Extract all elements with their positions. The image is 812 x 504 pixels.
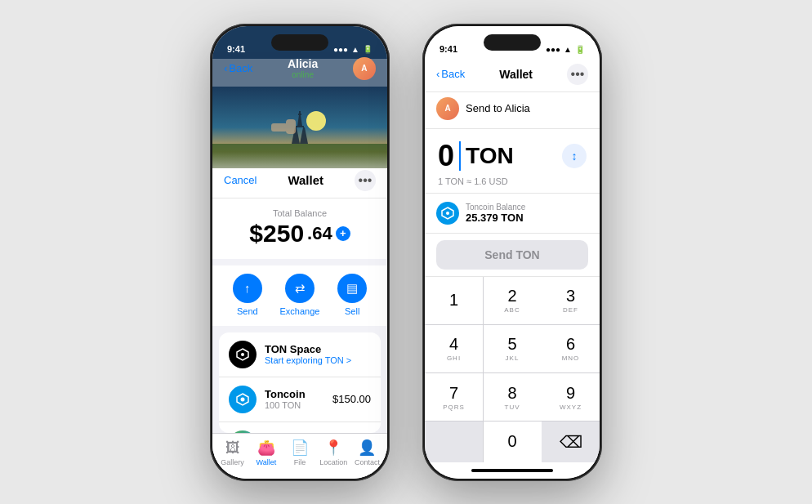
amount-row: 0 TON ↕	[438, 139, 587, 173]
more-button-2[interactable]: •••	[567, 64, 588, 85]
svg-point-14	[241, 397, 245, 401]
add-balance-button[interactable]: +	[336, 226, 350, 241]
text-cursor	[459, 141, 461, 171]
home-indicator-2	[425, 462, 600, 479]
key-6[interactable]: 6 MNO	[542, 325, 600, 373]
notch-2	[484, 34, 541, 51]
sheet-content: Total Balance $250.64 + ↑ Send ⇄ Exchang…	[212, 198, 387, 433]
svg-rect-9	[271, 123, 288, 132]
tab-contact[interactable]: 👤 Contact	[350, 439, 384, 466]
key-7[interactable]: 7 PQRS	[425, 373, 483, 421]
nav-bar-2: ‹ Back Wallet •••	[425, 59, 600, 92]
svg-point-12	[241, 353, 244, 356]
notch	[271, 34, 328, 51]
ton-space-icon	[229, 341, 257, 368]
tab-wallet[interactable]: 👛 Wallet	[249, 439, 283, 466]
numpad: 1 2 ABC 3 DEF 4 GHI 5 JKL 6 MNO	[425, 277, 600, 462]
status-time-2: 9:41	[439, 44, 457, 54]
tab-gallery[interactable]: 🖼 Gallery	[216, 439, 249, 466]
wallet-sheet: Cancel Wallet ••• Total Balance $250.64 …	[212, 162, 387, 479]
svg-rect-10	[286, 119, 296, 134]
file-icon: 📄	[291, 439, 309, 457]
gallery-icon: 🖼	[225, 439, 240, 457]
ton-balance-row: Toncoin Balance 25.379 TON	[425, 194, 600, 234]
hero-svg	[212, 87, 387, 168]
send-icon: ↑	[233, 274, 262, 303]
key-1[interactable]: 1	[425, 277, 483, 325]
key-empty	[425, 421, 483, 462]
action-buttons: ↑ Send ⇄ Exchange ▤ Sell	[212, 265, 387, 326]
exchange-icon: ⇄	[285, 274, 315, 303]
phone-1: 9:41 ●●● ▲ 🔋 ‹ Back Alicia online A	[210, 24, 390, 481]
status-icons-2: ●●● ▲ 🔋	[546, 45, 585, 54]
key-4[interactable]: 4 GHI	[425, 325, 483, 373]
nav-bar-1: ‹ Back Alicia online A	[212, 52, 387, 87]
svg-rect-8	[299, 111, 301, 114]
asset-item-ton-space[interactable]: TON Space Start exploring TON >	[219, 332, 381, 377]
key-backspace[interactable]: ⌫	[542, 421, 600, 462]
exchange-button[interactable]: ⇄ Exchange	[280, 274, 320, 316]
key-2[interactable]: 2 ABC	[484, 277, 542, 325]
svg-rect-5	[296, 126, 304, 127]
contact-icon: 👤	[358, 439, 376, 457]
balance-amount: $250.64 +	[224, 220, 376, 248]
sheet-title: Wallet	[288, 173, 323, 187]
location-icon: 📍	[324, 439, 342, 457]
back-button-2[interactable]: ‹ Back	[436, 68, 465, 80]
key-8[interactable]: 8 TUV	[484, 373, 542, 421]
asset-item-toncoin[interactable]: Toncoin 100 TON $150.00	[219, 377, 381, 422]
key-3[interactable]: 3 DEF	[542, 277, 600, 325]
send-to-header: A Send to Alicia	[425, 92, 600, 129]
balance-label: Total Balance	[224, 208, 376, 218]
swap-currency-button[interactable]: ↕	[562, 144, 587, 168]
svg-point-1	[306, 111, 326, 131]
phone-2: 9:41 ●●● ▲ 🔋 ‹ Back Wallet ••• A Send to…	[422, 24, 602, 481]
ton-space-info: TON Space Start exploring TON >	[265, 343, 371, 365]
hero-image	[212, 87, 387, 168]
sell-icon: ▤	[337, 274, 367, 303]
ton-balance-icon	[436, 202, 459, 225]
sell-button[interactable]: ▤ Sell	[337, 274, 367, 316]
tab-file[interactable]: 📄 File	[283, 439, 316, 466]
wallet-icon: 👛	[257, 439, 275, 457]
tab-location[interactable]: 📍 Location	[317, 439, 350, 466]
tab-bar: 🖼 Gallery 👛 Wallet 📄 File 📍 Location 👤	[212, 433, 387, 479]
asset-list: TON Space Start exploring TON > Toncoin …	[219, 332, 381, 433]
ton-balance-info: Toncoin Balance 25.379 TON	[466, 203, 588, 224]
balance-section: Total Balance $250.64 +	[212, 198, 387, 259]
toncoin-icon	[229, 386, 257, 413]
back-button-1[interactable]: ‹ Back	[224, 62, 252, 74]
user-avatar-1[interactable]: A	[353, 57, 376, 80]
svg-rect-2	[212, 144, 387, 168]
key-0[interactable]: 0	[484, 421, 542, 462]
exchange-rate: 1 TON ≈ 1.6 USD	[438, 176, 587, 186]
home-bar-2	[471, 469, 553, 472]
send-ton-button[interactable]: Send TON	[436, 240, 588, 270]
more-button-1[interactable]: •••	[355, 170, 376, 191]
key-9[interactable]: 9 WXYZ	[542, 373, 600, 421]
send-button[interactable]: ↑ Send	[233, 274, 262, 316]
send-to-label: Send to Alicia	[466, 102, 530, 114]
amount-input[interactable]: 0 TON	[438, 139, 514, 173]
amount-section: 0 TON ↕ 1 TON ≈ 1.6 USD	[425, 129, 600, 194]
send-button-area: Send TON	[425, 234, 600, 277]
asset-item-more[interactable]: $ More assets $100.64	[219, 422, 381, 433]
svg-point-16	[446, 212, 449, 215]
nav-center-1: Alicia online	[288, 57, 318, 79]
toncoin-info: Toncoin 100 TON	[265, 388, 324, 410]
send-avatar: A	[436, 97, 459, 120]
cancel-button[interactable]: Cancel	[224, 174, 257, 186]
key-5[interactable]: 5 JKL	[484, 325, 542, 373]
